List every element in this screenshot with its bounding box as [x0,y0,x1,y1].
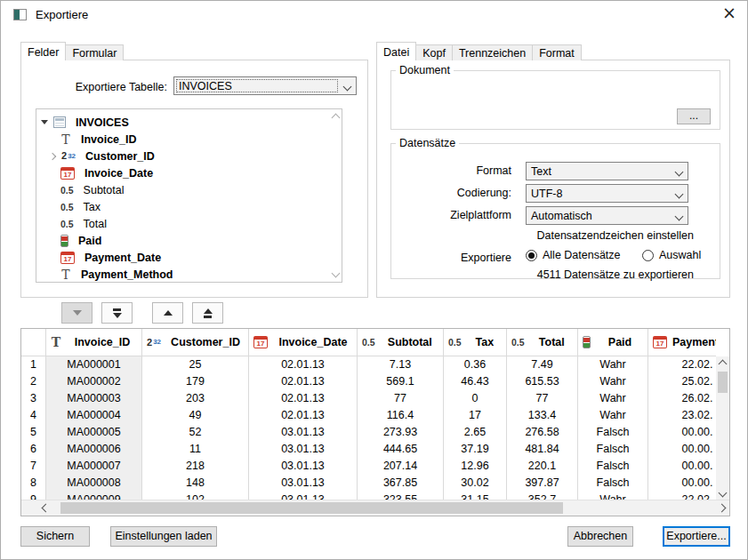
platform-label: Zielplattform [391,209,511,221]
tab-trennzeichen[interactable]: Trennzeichen [452,44,533,60]
tree-scrollbar[interactable] [329,109,342,282]
scroll-up-icon[interactable] [719,360,728,369]
radio-all-records[interactable]: Alle Datensätze [526,249,621,261]
tab-datei[interactable]: Datei [376,42,416,60]
table-icon [53,116,66,128]
tree-item-invoice_date[interactable]: 17Invoice_Date [36,164,342,181]
tab-formular[interactable]: Formular [65,44,124,60]
browse-button[interactable]: ... [677,108,711,124]
scroll-up-icon[interactable] [332,114,341,123]
cell: 02.01.13 [249,373,358,390]
cell: 25.02. [648,373,716,390]
move-up-button[interactable] [152,302,183,324]
preview-table-clip: TInvoice_ID232Customer_ID17Invoice_Date0… [21,329,716,500]
row-number-header [21,329,46,356]
cell: 444.65 [358,441,444,458]
vertical-scrollbar[interactable] [716,356,729,500]
move-down-button[interactable] [61,302,92,324]
scrollbar-thumb[interactable] [60,502,563,514]
export-table-select[interactable]: INVOICES [173,76,357,95]
cell: Wahr [578,390,648,407]
preview-table: TInvoice_ID232Customer_ID17Invoice_Date0… [20,328,730,516]
table-row: 8MA00000814803.01.13367.8530.02397.87Fal… [21,475,716,492]
bar-icon [204,316,212,318]
encoding-select[interactable]: UTF-8 [526,184,688,203]
tree-item-label: Customer_ID [85,150,155,163]
cell: Wahr [578,407,648,424]
tree-item-subtotal[interactable]: 0.5Subtotal [36,181,342,198]
cell: 23.02. [648,407,716,424]
scroll-right-icon[interactable] [718,504,727,513]
records-group: Datensätze Format Text Codierung: UTF-8 … [390,137,720,279]
scroll-down-icon[interactable] [332,269,341,278]
line-ending-link[interactable]: Datensatzendzeichen einstellen [427,229,694,242]
tree-item-payment_method[interactable]: TPayment_Method [36,266,342,283]
export-button[interactable]: Exportiere... [663,526,730,547]
table-row: 3MA00000320302.01.1377077Wahr26.02. [21,390,716,407]
column-header-payment_date[interactable]: 17Payment_Date [648,329,716,356]
cell: 26.02. [648,390,716,407]
save-button[interactable]: Sichern [20,526,90,547]
tree-item-label: Payment_Method [81,268,173,281]
decimal-icon: 0.5 [60,219,74,229]
move-to-bottom-button[interactable] [101,302,133,324]
text-icon: T [60,268,71,281]
row-number: 4 [21,407,46,424]
field-tree: INVOICESTInvoice_ID232Customer_ID17Invoi… [36,108,342,283]
tree-item-customer_id[interactable]: 232Customer_ID [36,148,342,164]
chevron-collapsed-icon[interactable] [49,152,56,159]
column-header-tax[interactable]: 0.5Tax [444,329,507,356]
close-icon[interactable]: × [722,4,736,21]
arrow-up-icon [164,310,173,316]
cell: 218 [142,458,249,475]
cancel-button[interactable]: Abbrechen [567,526,633,547]
tree-item-payment_date[interactable]: 17Payment_Date [36,249,342,266]
row-number: 1 [21,356,46,373]
cell: 49 [142,407,249,424]
tree-item-tax[interactable]: 0.5Tax [36,198,342,215]
tree-root-invoices[interactable]: INVOICES [36,114,342,131]
scroll-down-icon[interactable] [719,489,728,498]
cell: MA000002 [46,373,142,390]
move-to-top-button[interactable] [192,302,223,324]
scroll-left-icon[interactable] [42,504,51,513]
platform-select[interactable]: Automatisch [526,206,688,225]
date-icon: 17 [653,336,667,348]
tab-felder[interactable]: Felder [20,42,66,60]
column-header-customer_id[interactable]: 232Customer_ID [142,329,249,356]
record-count-text: 4511 Datensätze zu exportieren [427,268,694,281]
arrow-up-icon [204,308,213,314]
number-icon: 232 [61,151,76,161]
column-header-label: Customer_ID [166,329,248,356]
row-number: 7 [21,458,46,475]
decimal-icon: 0.5 [362,329,375,356]
tree-item-label: Subtotal [84,184,125,196]
load-settings-button[interactable]: Einstellungen laden [110,526,217,547]
fields-panel: Exportiere Tabelle: INVOICES INVOICESTIn… [20,60,368,298]
radio-selected-icon[interactable] [526,250,537,261]
radio-selection[interactable]: Auswahl [642,249,701,261]
tree-item-total[interactable]: 0.5Total [36,215,342,232]
arrow-down-icon [113,313,122,318]
format-select[interactable]: Text [526,162,688,180]
tree-item-invoice_id[interactable]: TInvoice_ID [36,131,342,148]
date-icon: 17 [60,252,75,264]
document-group: Dokument ... [390,64,720,130]
column-header-total[interactable]: 0.5Total [507,329,578,356]
cell: 569.1 [358,373,444,390]
cell: 03.01.13 [249,458,358,475]
column-header-invoice_date[interactable]: 17Invoice_Date [249,329,358,356]
tab-kopf[interactable]: Kopf [415,44,453,60]
radio-unselected-icon[interactable] [642,250,654,261]
column-header-paid[interactable]: Paid [578,329,648,356]
focus-rect [176,79,338,92]
tab-format[interactable]: Format [532,44,582,60]
app-window-icon [13,9,27,20]
row-number: 5 [21,424,46,441]
tree-item-paid[interactable]: Paid [36,232,342,249]
scrollbar-thumb[interactable] [718,372,728,393]
column-header-invoice_id[interactable]: TInvoice_ID [46,329,142,356]
column-header-subtotal[interactable]: 0.5Subtotal [358,329,444,356]
chevron-expanded-icon[interactable] [41,120,48,124]
horizontal-scrollbar[interactable] [21,500,729,516]
